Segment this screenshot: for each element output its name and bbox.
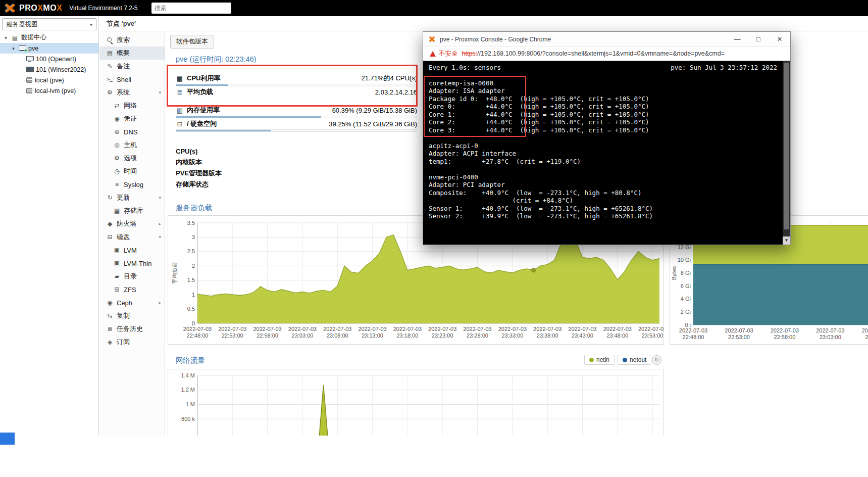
nav-item-ceph[interactable]: ◉Ceph▸ bbox=[99, 296, 165, 309]
nav-item-lvm-thin[interactable]: ▣LVM-Thin bbox=[99, 257, 165, 270]
summary-icon: ▤ bbox=[106, 50, 114, 57]
nav-item-hosts[interactable]: ◎主机 bbox=[99, 138, 165, 152]
close-icon[interactable]: ✕ bbox=[769, 32, 790, 47]
vm-icon bbox=[26, 67, 33, 72]
svg-text:1: 1 bbox=[192, 292, 195, 298]
legend-netin[interactable]: netin bbox=[584, 355, 615, 365]
maximize-icon[interactable]: □ bbox=[748, 32, 769, 47]
svg-text:22:48:00: 22:48:00 bbox=[187, 332, 209, 339]
nav-item-zfs[interactable]: ⊞ZFS bbox=[99, 283, 165, 296]
chevron-down-icon[interactable]: ▾ bbox=[159, 195, 161, 200]
svg-text:1.4 M: 1.4 M bbox=[181, 372, 195, 378]
nav-item-replication[interactable]: ⇆复制 bbox=[99, 309, 165, 322]
nav-item-label: LVM bbox=[124, 247, 137, 254]
svg-text:2022-07-03: 2022-07-03 bbox=[253, 326, 281, 332]
nav-item-time[interactable]: ◷时间 bbox=[99, 165, 165, 178]
legend-netout[interactable]: netout bbox=[618, 355, 651, 365]
nav-item-label: 概要 bbox=[117, 49, 130, 58]
tree-item-storage-local[interactable]: local (pve) bbox=[0, 75, 98, 85]
nav-item-directory[interactable]: ▰目录 bbox=[99, 270, 165, 283]
view-selector[interactable]: 服务器视图 ▾ bbox=[2, 18, 96, 30]
nav-item-label: 订阅 bbox=[117, 338, 130, 347]
taskbar-window-fragment[interactable] bbox=[0, 433, 15, 445]
watch-header: Every 1.0s: sensors pve: Sun Jul 3 23:57… bbox=[429, 64, 790, 72]
zfs-icon: ⊞ bbox=[113, 286, 121, 293]
expander-icon[interactable]: ▾ bbox=[11, 46, 16, 51]
svg-text:23:48:00: 23:48:00 bbox=[606, 332, 628, 339]
console-titlebar[interactable]: pve - Proxmox Console - Google Chrome — … bbox=[423, 32, 790, 47]
nav-item-options[interactable]: ⚙选项 bbox=[99, 152, 165, 165]
nav-item-system[interactable]: ⚙系统▾ bbox=[99, 86, 165, 99]
gauge-value: 60.39% (9.29 GiB/15.38 GiB) bbox=[332, 107, 417, 114]
nav-item-task-history[interactable]: ≣任务历史 bbox=[99, 322, 165, 336]
nav-item-updates[interactable]: ↻更新▾ bbox=[99, 191, 165, 204]
security-warning-icon bbox=[430, 51, 436, 57]
nav-item-label: 主机 bbox=[124, 140, 137, 150]
tree-item-vm-101[interactable]: 101 (Winser2022) bbox=[0, 64, 98, 75]
scrollbar-down-arrow[interactable]: ▼ bbox=[783, 236, 790, 245]
nav-item-syslog[interactable]: ≡Syslog bbox=[99, 178, 165, 191]
svg-text:23:13:00: 23:13:00 bbox=[362, 332, 383, 339]
tree-item-storage-local-lvm[interactable]: local-lvm (pve) bbox=[0, 85, 98, 96]
svg-text:10 Gi: 10 Gi bbox=[678, 257, 691, 263]
chevron-down-icon[interactable]: ▾ bbox=[159, 90, 161, 95]
updates-icon: ↻ bbox=[106, 194, 114, 201]
header-bar: PROXMOX Virtual Environment 7.2-5 bbox=[0, 0, 868, 16]
nav-item-label: 网络 bbox=[124, 101, 137, 110]
svg-text:22:48:00: 22:48:00 bbox=[683, 334, 704, 340]
terminal-scrollbar[interactable]: ▼ bbox=[783, 61, 790, 245]
svg-text:2022-07-03: 2022-07-03 bbox=[603, 326, 632, 332]
nav-item-search[interactable]: 搜索 bbox=[99, 33, 165, 46]
info-row: CPU(s) bbox=[176, 146, 222, 157]
nav-item-label: 磁盘 bbox=[117, 232, 130, 242]
chevron-down-icon[interactable]: ▾ bbox=[159, 234, 161, 240]
svg-text:2022-07-03: 2022-07-03 bbox=[218, 326, 246, 332]
directory-icon: ▰ bbox=[113, 273, 121, 280]
nav-item-shell[interactable]: >_Shell bbox=[99, 73, 165, 86]
nav-item-dns[interactable]: ⊕DNS bbox=[99, 125, 165, 138]
tree-item-pve[interactable]: ▾▸pve bbox=[0, 43, 98, 54]
console-address-bar[interactable]: 不安全 https://192.168.100.99:8006/?console… bbox=[423, 47, 790, 61]
nav-item-certificates[interactable]: ◉凭证 bbox=[99, 112, 165, 125]
tree-item-vm-100[interactable]: 100 (Openwrt) bbox=[0, 54, 98, 64]
minimize-icon[interactable]: — bbox=[727, 32, 748, 47]
console-window: pve - Proxmox Console - Google Chrome — … bbox=[423, 31, 791, 245]
options-icon: ⚙ bbox=[113, 155, 121, 162]
storage-icon bbox=[26, 88, 32, 93]
nav-item-repositories[interactable]: ▦存储库 bbox=[99, 204, 165, 217]
chevron-right-icon[interactable]: ▸ bbox=[159, 221, 161, 226]
nav-item-lvm[interactable]: ▣LVM bbox=[99, 244, 165, 257]
package-versions-button[interactable]: 软件包版本 bbox=[170, 35, 214, 49]
proxmox-favicon-icon bbox=[428, 35, 436, 43]
hdd-icon: ⊟ bbox=[176, 120, 184, 128]
tree-item-label: 100 (Openwrt) bbox=[36, 56, 76, 63]
expander-icon[interactable]: ▾ bbox=[3, 35, 9, 40]
svg-text:2022-07-03: 2022-07-03 bbox=[679, 327, 707, 333]
nav-item-subscription[interactable]: ◈订阅 bbox=[99, 336, 165, 349]
chevron-right-icon[interactable]: ▸ bbox=[159, 300, 161, 305]
tree-item-label: local-lvm (pve) bbox=[35, 87, 76, 94]
nav-item-firewall[interactable]: ◆防火墙▸ bbox=[99, 217, 165, 230]
console-window-title: pve - Proxmox Console - Google Chrome bbox=[440, 36, 551, 43]
nav-item-notes[interactable]: ✎备注 bbox=[99, 60, 165, 73]
nav-item-label: 凭证 bbox=[124, 114, 137, 123]
window-controls: — □ ✕ bbox=[727, 32, 790, 47]
ceph-icon: ◉ bbox=[106, 299, 114, 306]
global-search-input[interactable] bbox=[151, 3, 231, 14]
nav-item-network[interactable]: ⇄网络 bbox=[99, 99, 165, 112]
chart-action-icon[interactable]: ↻ bbox=[652, 355, 661, 365]
svg-text:22:53:00: 22:53:00 bbox=[728, 334, 750, 340]
svg-text:22:58:00: 22:58:00 bbox=[257, 332, 278, 339]
network-chart-header: 网络流量 netinnetout ↻ bbox=[165, 355, 664, 367]
network-icon: ⇄ bbox=[113, 102, 121, 109]
scrollbar-thumb[interactable] bbox=[784, 63, 789, 229]
nav-item-summary[interactable]: ▤概要 bbox=[99, 46, 165, 60]
node-header: 节点 'pve' bbox=[99, 16, 868, 31]
node-summary-title: pve (运行时间: 02:23:46) bbox=[176, 55, 257, 64]
nav-item-disks[interactable]: ⊟磁盘▾ bbox=[99, 230, 165, 244]
svg-text:2: 2 bbox=[192, 263, 195, 269]
annotation-box-cpu bbox=[167, 65, 418, 107]
tree-item-datacenter[interactable]: ▾▤数据中心 bbox=[0, 32, 98, 43]
proxmox-logo[interactable]: PROXMOX Virtual Environment 7.2-5 bbox=[4, 3, 137, 13]
legend-label: netout bbox=[630, 356, 646, 363]
